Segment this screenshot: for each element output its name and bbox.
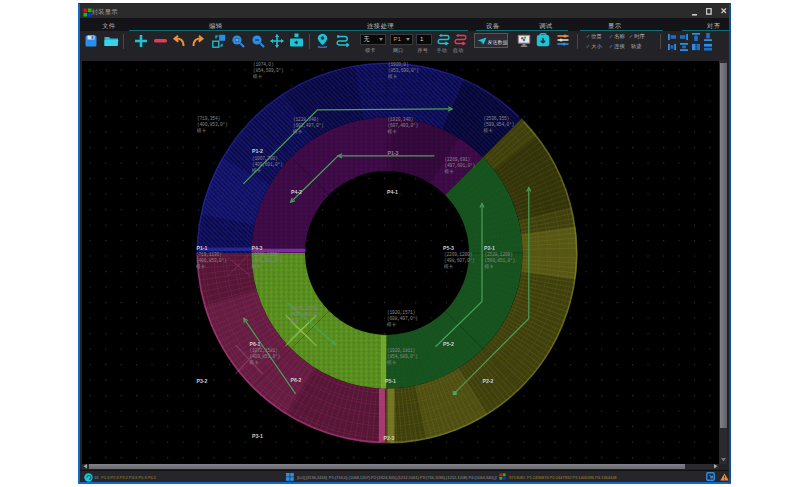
svg-text:P5-3: P5-3	[443, 244, 454, 250]
svg-text:P6-2: P6-2	[291, 376, 302, 382]
svg-text:(560,851,0°): (560,851,0°)	[485, 257, 516, 262]
svg-text:(1068,1200): (1068,1200)	[252, 252, 280, 257]
svg-text:(854,599,3°): (854,599,3°)	[253, 67, 284, 72]
svg-text:P1-1: P1-1	[197, 244, 208, 250]
svg-text:P1-3: P1-3	[388, 149, 399, 155]
svg-text:模卡: 模卡	[289, 317, 299, 322]
svg-text:(409,601,0°): (409,601,0°)	[252, 161, 283, 166]
svg-text:(2269,1200): (2269,1200)	[444, 252, 472, 257]
svg-text:模卡: 模卡	[386, 359, 396, 364]
svg-text:(2528,1209): (2528,1209)	[485, 252, 513, 257]
svg-text:(498,607,0°): (498,607,0°)	[444, 257, 475, 262]
svg-text:模卡: 模卡	[292, 128, 302, 133]
svg-text:P4-1: P4-1	[387, 189, 398, 195]
svg-text:(607,493,0°): (607,493,0°)	[388, 122, 419, 127]
svg-text:(1920,340): (1920,340)	[388, 117, 414, 122]
svg-text:P2-1: P2-1	[484, 244, 495, 250]
svg-text:(1072,1581): (1072,1581)	[250, 348, 278, 353]
svg-text:模卡: 模卡	[251, 263, 261, 268]
svg-text:模卡: 模卡	[386, 321, 396, 326]
svg-text:(2269,691): (2269,691)	[445, 157, 471, 162]
svg-text:模卡: 模卡	[484, 263, 494, 268]
svg-text:(1228,340): (1228,340)	[293, 117, 319, 122]
svg-text:模卡: 模卡	[251, 167, 261, 172]
svg-text:P4-2: P4-2	[291, 189, 302, 195]
svg-text:(400,853,0°): (400,853,0°)	[196, 257, 227, 262]
svg-text:(607,469,0°): (607,469,0°)	[290, 311, 321, 316]
svg-text:P5-2: P5-2	[443, 340, 454, 346]
svg-text:模卡: 模卡	[443, 263, 453, 268]
svg-text:(602,497,0°): (602,497,0°)	[293, 122, 324, 127]
svg-text:(400,853,0°): (400,853,0°)	[197, 121, 228, 126]
svg-text:(409,853,0°): (409,853,0°)	[250, 353, 281, 358]
svg-text:P2-2: P2-2	[483, 378, 494, 384]
svg-text:(1067,700): (1067,700)	[252, 156, 278, 161]
svg-text:(1056,1570): (1056,1570)	[290, 306, 318, 311]
svg-text:P3-2: P3-2	[197, 378, 208, 384]
svg-text:(608,497,0°): (608,497,0°)	[387, 315, 418, 320]
svg-text:(1920,1811): (1920,1811)	[387, 348, 415, 353]
svg-text:P5-1: P5-1	[385, 378, 396, 384]
svg-text:(2536,355): (2536,355)	[484, 116, 510, 121]
svg-text:(400,691,0°): (400,691,0°)	[252, 257, 283, 262]
svg-text:(1920,0): (1920,0)	[388, 62, 408, 67]
svg-text:模卡: 模卡	[483, 127, 493, 132]
svg-text:(1920,1571): (1920,1571)	[387, 310, 415, 315]
svg-text:模卡: 模卡	[196, 127, 206, 132]
svg-text:(853,690,0°): (853,690,0°)	[388, 67, 419, 72]
svg-text:模卡: 模卡	[249, 359, 259, 364]
svg-text:P6-1: P6-1	[250, 340, 261, 346]
svg-text:P2-3: P2-3	[384, 435, 395, 441]
svg-text:P3-1: P3-1	[252, 433, 263, 439]
svg-text:(719,1136): (719,1136)	[196, 252, 222, 257]
svg-text:(854,689,0°): (854,689,0°)	[387, 353, 418, 358]
svg-text:(599,854,0°): (599,854,0°)	[484, 121, 515, 126]
svg-text:模卡: 模卡	[387, 128, 397, 133]
svg-text:模卡: 模卡	[195, 263, 205, 268]
svg-text:模卡: 模卡	[444, 168, 454, 173]
svg-text:(1074,0): (1074,0)	[253, 62, 273, 67]
svg-text:(497,601,0°): (497,601,0°)	[445, 162, 476, 167]
svg-text:P4-3: P4-3	[252, 244, 263, 250]
svg-text:P1-2: P1-2	[252, 147, 263, 153]
svg-text:(719,354): (719,354)	[197, 116, 220, 121]
svg-text:模卡: 模卡	[387, 73, 397, 78]
svg-text:模卡: 模卡	[252, 73, 262, 78]
